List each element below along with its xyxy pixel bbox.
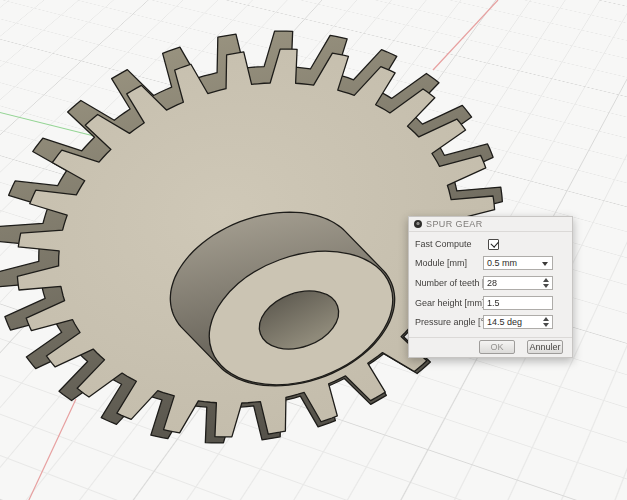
fast-compute-checkbox[interactable]	[488, 239, 499, 250]
height-row: Gear height [mm] 1.5	[409, 296, 485, 310]
module-label: Module [mm]	[409, 258, 467, 268]
command-icon	[414, 220, 422, 228]
teeth-label: Number of teeth [ ]	[409, 278, 490, 288]
spinner-up-icon[interactable]	[543, 278, 549, 282]
dialog-title: SPUR GEAR	[426, 219, 483, 229]
cancel-button[interactable]: Annuler	[527, 340, 563, 354]
teeth-value: 28	[487, 278, 497, 288]
pressure-angle-spinner[interactable]	[540, 316, 551, 328]
module-dropdown[interactable]: 0.5 mm	[483, 256, 553, 270]
x-axis-line-near	[28, 399, 76, 500]
spinner-down-icon[interactable]	[543, 323, 549, 327]
x-axis-line-far	[433, 0, 498, 70]
ok-button[interactable]: OK	[479, 340, 515, 354]
spinner-down-icon[interactable]	[543, 284, 549, 288]
height-value: 1.5	[487, 298, 500, 308]
spinner-up-icon[interactable]	[543, 317, 549, 321]
pressure-angle-input[interactable]: 14.5 deg	[483, 315, 553, 329]
height-input[interactable]: 1.5	[483, 296, 553, 310]
dialog-footer: OK Annuler	[409, 337, 572, 357]
module-row: Module [mm] 0.5 mm	[409, 256, 467, 270]
height-label: Gear height [mm]	[409, 298, 485, 308]
teeth-row: Number of teeth [ ] 28	[409, 276, 490, 290]
pressure-angle-label: Pressure angle [°]	[409, 317, 487, 327]
pressure-angle-value: 14.5 deg	[487, 317, 522, 327]
chevron-down-icon	[542, 262, 548, 266]
spur-gear-dialog: SPUR GEAR Fast Compute Module [mm] 0.5 m…	[408, 216, 573, 358]
fast-compute-label: Fast Compute	[409, 239, 472, 249]
fast-compute-row: Fast Compute	[409, 237, 472, 251]
module-value: 0.5 mm	[487, 258, 517, 268]
checkmark-icon	[490, 239, 498, 247]
teeth-spinner[interactable]	[540, 277, 551, 289]
pressure-angle-row: Pressure angle [°] 14.5 deg	[409, 315, 487, 329]
dialog-header[interactable]: SPUR GEAR	[409, 217, 572, 232]
teeth-input[interactable]: 28	[483, 276, 553, 290]
